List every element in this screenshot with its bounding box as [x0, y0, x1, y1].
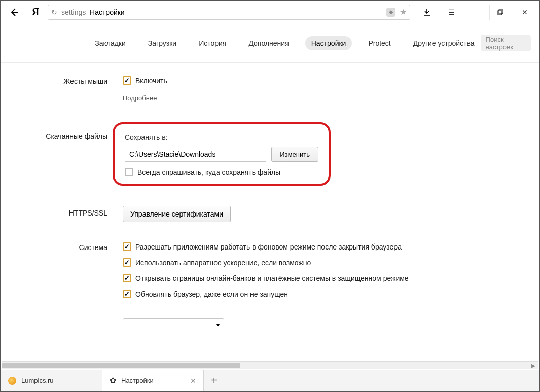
back-button[interactable] [5, 5, 23, 20]
settings-search-placeholder: Поиск настроек [486, 35, 526, 51]
checkbox-icon[interactable] [123, 274, 131, 282]
settings-content[interactable]: Жесты мыши Включить Подробнее Скачанные … [1, 64, 539, 369]
section-mouse-gestures: Жесты мыши Включить Подробнее [1, 76, 519, 102]
minimize-button[interactable]: — [465, 5, 486, 20]
download-path-input[interactable] [125, 147, 266, 162]
tab-bookmarks[interactable]: Закладки [89, 36, 132, 50]
system-opt-label: Обновлять браузер, даже если он не запущ… [135, 290, 288, 298]
subnav-tabs: Закладки Загрузки История Дополнения Нас… [89, 36, 480, 50]
section-title: Жесты мыши [1, 76, 123, 102]
browser-toolbar: Я ↻ settings Настройки ◆ ★ ☰ — ✕ [1, 1, 539, 23]
close-tab-icon[interactable]: ✕ [190, 377, 196, 385]
tab-other-devices[interactable]: Другие устройства [407, 36, 481, 50]
system-opt-label: Разрешать приложениям работать в фоновом… [135, 243, 402, 251]
system-opt-row[interactable]: Открывать страницы онлайн-банков и платё… [123, 274, 519, 282]
system-opt-row[interactable]: Использовать аппаратное ускорение, если … [123, 258, 519, 267]
cutoff-row: X ▾ [1, 318, 519, 326]
always-ask-row[interactable]: Всегда спрашивать, куда сохранять файлы [125, 168, 318, 176]
tab-settings[interactable]: Настройки [305, 36, 352, 50]
section-https: HTTPS/SSL Управление сертификатами [1, 206, 519, 222]
tab-title: Lumpics.ru [21, 377, 54, 384]
system-opt-row[interactable]: Обновлять браузер, даже если он не запущ… [123, 290, 519, 298]
scroll-right-icon[interactable]: ▸ [529, 362, 538, 369]
reload-icon[interactable]: ↻ [51, 8, 57, 16]
tab-addons[interactable]: Дополнения [242, 36, 295, 50]
settings-subnav: Закладки Загрузки История Дополнения Нас… [1, 23, 539, 63]
change-path-button[interactable]: Изменить [271, 147, 318, 162]
section-downloads: Скачанные файлы Сохранять в: Изменить Вс… [1, 122, 519, 186]
address-prefix: settings [61, 8, 86, 16]
checkbox-icon[interactable] [123, 290, 131, 298]
checkbox-icon[interactable] [123, 242, 131, 251]
close-window-button[interactable]: ✕ [514, 5, 535, 20]
section-title-cutoff: X [1, 318, 123, 326]
section-system: Система Разрешать приложениям работать в… [1, 242, 519, 305]
chevron-down-icon: ▾ [216, 321, 220, 326]
tab-downloads[interactable]: Загрузки [142, 36, 183, 50]
favicon-icon [8, 377, 16, 385]
svg-rect-2 [498, 11, 502, 15]
downloads-button[interactable] [416, 5, 438, 20]
checkbox-icon[interactable] [123, 258, 131, 267]
always-ask-label: Всегда спрашивать, куда сохранять файлы [137, 168, 280, 176]
browser-tab-settings[interactable]: ✿ Настройки ✕ [102, 370, 204, 391]
system-opt-row[interactable]: Разрешать приложениям работать в фоновом… [123, 242, 519, 251]
checkbox-icon[interactable] [125, 168, 133, 176]
horizontal-scrollbar[interactable]: ▸ [2, 361, 538, 369]
downloads-highlight: Сохранять в: Изменить Всегда спрашивать,… [113, 122, 331, 186]
section-title: HTTPS/SSL [1, 206, 123, 222]
system-opt-label: Открывать страницы онлайн-банков и платё… [135, 274, 409, 282]
maximize-button[interactable] [489, 5, 511, 20]
settings-search-input[interactable]: Поиск настроек [481, 35, 531, 51]
checkbox-icon[interactable] [123, 76, 131, 85]
save-to-label: Сохранять в: [125, 133, 318, 141]
gestures-more-link[interactable]: Подробнее [123, 94, 157, 102]
enable-gestures-label: Включить [135, 77, 167, 85]
address-page-title: Настройки [90, 8, 125, 16]
manage-certs-button[interactable]: Управление сертификатами [123, 206, 231, 222]
address-bar[interactable]: ↻ settings Настройки ◆ ★ [48, 5, 410, 20]
new-tab-button[interactable]: + [204, 370, 224, 391]
system-opt-label: Использовать аппаратное ускорение, если … [135, 259, 311, 267]
yandex-logo-icon[interactable]: Я [26, 5, 45, 20]
tab-protect[interactable]: Protect [362, 36, 397, 50]
protect-pill-icon[interactable]: ◆ [386, 8, 395, 17]
tab-title: Настройки [121, 377, 154, 384]
section-title: Система [1, 242, 123, 305]
scrollbar-thumb[interactable] [2, 363, 240, 368]
gear-icon: ✿ [110, 376, 116, 385]
dropdown-cutoff[interactable]: ▾ [123, 318, 224, 326]
tab-strip: Lumpics.ru ✿ Настройки ✕ + [1, 370, 539, 391]
menu-button[interactable]: ☰ [441, 5, 462, 20]
tab-history[interactable]: История [193, 36, 232, 50]
svg-rect-3 [499, 10, 503, 14]
section-title: Скачанные файлы [1, 122, 123, 186]
bookmark-star-icon[interactable]: ★ [400, 7, 407, 17]
browser-tab-lumpics[interactable]: Lumpics.ru [1, 370, 102, 391]
address-text: settings Настройки [61, 8, 382, 16]
enable-gestures-row[interactable]: Включить [123, 76, 519, 85]
